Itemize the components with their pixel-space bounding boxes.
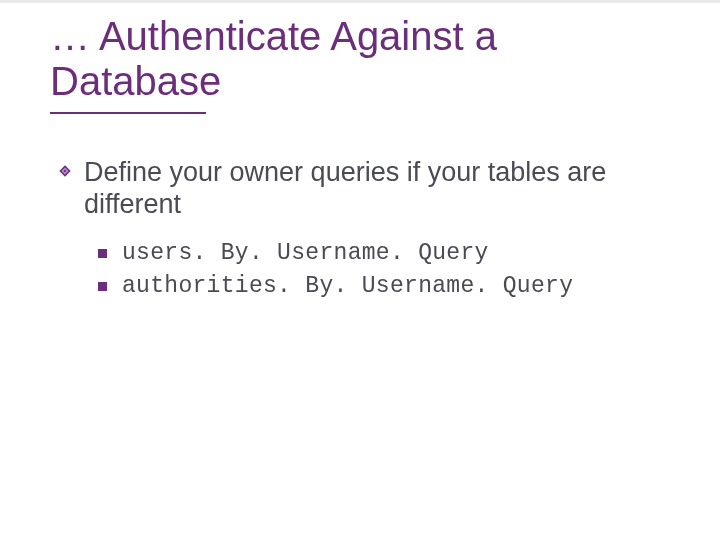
bullet-l2-text: users. By. Username. Query: [122, 240, 489, 266]
slide: … Authenticate Against a Database Define…: [0, 0, 720, 540]
diamond-bullet-icon: [58, 164, 72, 178]
square-bullet-icon: [98, 282, 107, 291]
slide-body: Define your owner queries if your tables…: [84, 156, 674, 303]
bullet-level-1: Define your owner queries if your tables…: [84, 156, 674, 221]
bullet-l2-list: users. By. Username. Query authorities. …: [122, 237, 674, 304]
bullet-l2-text: authorities. By. Username. Query: [122, 273, 573, 299]
top-rule: [0, 0, 720, 3]
title-underline: [50, 112, 206, 114]
bullet-l1-text: Define your owner queries if your tables…: [84, 157, 606, 219]
bullet-level-2: users. By. Username. Query: [122, 237, 674, 270]
slide-title: … Authenticate Against a Database: [50, 14, 670, 104]
bullet-level-2: authorities. By. Username. Query: [122, 270, 674, 303]
square-bullet-icon: [98, 249, 107, 258]
